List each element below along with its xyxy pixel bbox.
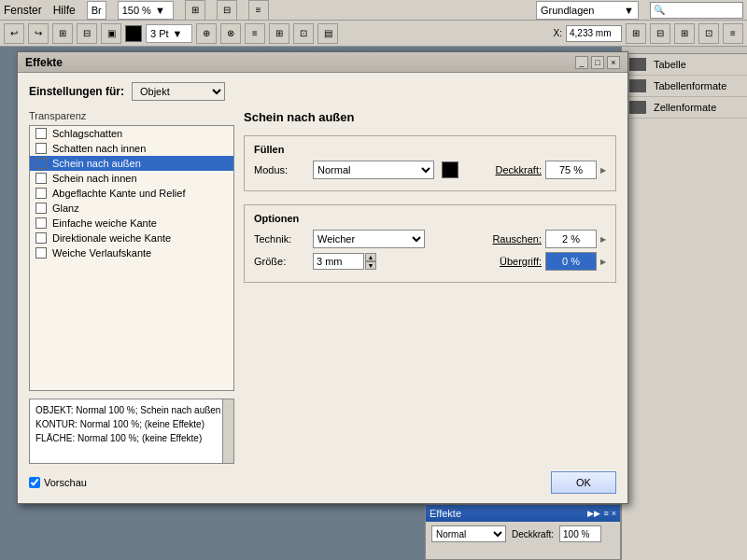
- toolbar-btn-3[interactable]: ⊞: [52, 23, 73, 44]
- effect-verlaufskante[interactable]: Weiche Verlaufskante: [30, 245, 233, 260]
- rauschen-group: Rauschen: 2 % ▶: [492, 230, 606, 248]
- schatten-innen-label: Schatten nach innen: [52, 143, 146, 154]
- technik-select[interactable]: Weicher: [313, 230, 425, 248]
- bottom-deckkraft-value: 100 %: [563, 529, 589, 539]
- direktionale-kante-checkbox[interactable]: [35, 232, 47, 244]
- zoom-arrow: ▼: [155, 5, 165, 16]
- toolbar-btn-1[interactable]: ↩: [4, 23, 24, 44]
- dialog-bottom: Vorschau OK: [29, 464, 616, 494]
- layout-btn1[interactable]: ⊞: [185, 0, 205, 21]
- toolbar-btn-4[interactable]: ⊟: [77, 23, 97, 44]
- bottom-mode-select[interactable]: Normal: [431, 525, 506, 542]
- schlagschatten-checkbox[interactable]: [35, 128, 47, 139]
- effect-schein-aussen[interactable]: Schein nach außen: [30, 156, 233, 171]
- transparenz-label: Transparenz: [29, 110, 234, 121]
- color-swatch-fullen[interactable]: [442, 161, 458, 178]
- bridge-button[interactable]: Br: [87, 1, 106, 20]
- minimize-btn[interactable]: _: [575, 56, 588, 69]
- toolbar-btn-2[interactable]: ↪: [28, 23, 49, 44]
- grosse-label: Größe:: [254, 256, 305, 267]
- rauschen-arrow[interactable]: ▶: [600, 235, 606, 244]
- ok-button[interactable]: OK: [551, 471, 616, 494]
- stroke-width-dropdown[interactable]: 3 Pt ▼: [146, 24, 192, 43]
- grosse-up[interactable]: ▲: [365, 253, 376, 261]
- effect-glanz[interactable]: Glanz: [30, 201, 233, 216]
- maximize-btn[interactable]: □: [591, 56, 604, 69]
- preview-checkbox[interactable]: [29, 477, 40, 488]
- right-panel: Schein nach außen Füllen Modus: Normal D…: [244, 110, 616, 464]
- right-side-panel: Tabelle Tabellenformate Zellenformate: [621, 47, 747, 560]
- schein-aussen-checkbox[interactable]: [35, 158, 47, 169]
- bottom-deckkraft-input[interactable]: 100 %: [559, 525, 601, 542]
- zellenformate-label: Zellenformate: [654, 102, 716, 113]
- bottom-panel-titlebar: Effekte ▶▶ ≡ ×: [426, 505, 620, 522]
- kante-relief-checkbox[interactable]: [35, 188, 47, 199]
- toolbar-btn-6[interactable]: ⊕: [196, 23, 217, 44]
- toolbar-btn-5[interactable]: ▣: [101, 23, 121, 44]
- menu-hilfe[interactable]: Hilfe: [53, 4, 76, 17]
- search-box[interactable]: 🔍: [650, 2, 743, 19]
- main-area: Effekte _ □ × Einstellungen für: Objekt …: [0, 47, 747, 560]
- schatten-innen-checkbox[interactable]: [35, 143, 47, 154]
- schein-aussen-label: Schein nach außen: [52, 158, 141, 169]
- menu-fenster[interactable]: Fenster: [4, 4, 42, 17]
- deckkraft-value[interactable]: 75 %: [545, 161, 597, 179]
- color-swatch-main[interactable]: [125, 25, 142, 42]
- dialog-title: Effekte: [25, 56, 63, 69]
- grosse-input[interactable]: 3 mm: [313, 253, 364, 270]
- grosse-spinner[interactable]: 3 mm ▲ ▼: [313, 252, 376, 271]
- effekte-dialog: Effekte _ □ × Einstellungen für: Objekt …: [17, 51, 628, 504]
- ubergriff-group: Übergriff: 0 % ▶: [500, 252, 606, 271]
- effect-kante-relief[interactable]: Abgeflachte Kante und Relief: [30, 186, 233, 201]
- expand-icon[interactable]: ▶▶: [587, 509, 600, 518]
- effect-schlagschatten[interactable]: Schlagschatten: [30, 126, 233, 141]
- toolbar-btn-10[interactable]: ⊡: [293, 23, 314, 44]
- effect-direktionale-kante[interactable]: Direktionale weiche Kante: [30, 231, 233, 245]
- modus-select[interactable]: Normal: [313, 161, 434, 179]
- toolbar-btn-15[interactable]: ⊡: [698, 23, 719, 44]
- effect-einfache-kante[interactable]: Einfache weiche Kante: [30, 216, 233, 231]
- right-item-tabellenformate[interactable]: Tabellenformate: [622, 76, 747, 97]
- grosse-down[interactable]: ▼: [365, 261, 376, 270]
- deckkraft-arrow[interactable]: ▶: [600, 166, 606, 175]
- toolbar-btn-11[interactable]: ▤: [317, 23, 338, 44]
- right-item-tabelle[interactable]: Tabelle: [622, 54, 747, 76]
- layout-btn2[interactable]: ⊟: [217, 0, 237, 21]
- toolbar-btn-8[interactable]: ≡: [245, 23, 265, 44]
- scrollbar[interactable]: [222, 399, 233, 463]
- modus-label: Modus:: [254, 164, 305, 175]
- bottom-close-icon[interactable]: ×: [612, 509, 616, 518]
- info-textbox-container: OBJEKT: Normal 100 %; Schein nach außen …: [29, 399, 234, 464]
- stroke-width-label: 3 Pt: [150, 28, 169, 39]
- einfache-kante-checkbox[interactable]: [35, 217, 47, 229]
- toolbar-btn-16[interactable]: ≡: [723, 23, 743, 44]
- rauschen-value[interactable]: 2 %: [545, 230, 597, 248]
- toolbar-btn-7[interactable]: ⊗: [220, 23, 241, 44]
- toolbar-btn-14[interactable]: ⊞: [674, 23, 695, 44]
- toolbar-btn-13[interactable]: ⊟: [650, 23, 670, 44]
- grundlagen-dropdown[interactable]: Grundlagen ▼: [536, 1, 639, 20]
- close-btn[interactable]: ×: [607, 56, 620, 69]
- layout-btn3[interactable]: ≡: [248, 0, 269, 21]
- ubergriff-arrow[interactable]: ▶: [600, 258, 606, 266]
- toolbar-btn-9[interactable]: ⊞: [269, 23, 289, 44]
- schein-innen-checkbox[interactable]: [35, 173, 47, 184]
- effect-schatten-innen[interactable]: Schatten nach innen: [30, 141, 233, 156]
- schlagschatten-label: Schlagschatten: [52, 128, 122, 139]
- right-item-zellenformate[interactable]: Zellenformate: [622, 97, 747, 119]
- ubergriff-value[interactable]: 0 %: [545, 252, 597, 271]
- glanz-checkbox[interactable]: [35, 203, 47, 214]
- zoom-dropdown[interactable]: 150 % ▼: [118, 1, 174, 20]
- panel-resize-handle[interactable]: [622, 47, 747, 54]
- x-coord-input[interactable]: 4,233 mm: [566, 25, 622, 42]
- effect-schein-innen[interactable]: Schein nach innen: [30, 171, 233, 186]
- settings-row: Einstellungen für: Objekt: [29, 82, 616, 101]
- verlaufskante-checkbox[interactable]: [35, 247, 47, 259]
- dialog-titlebar: Effekte _ □ ×: [18, 52, 627, 73]
- cellformat-icon: [629, 101, 646, 114]
- settings-select[interactable]: Objekt: [132, 82, 225, 101]
- grosse-ubergriff-row: Größe: 3 mm ▲ ▼ Übergriff: 0 %: [254, 252, 606, 271]
- bottom-panel-controls: ▶▶ ≡ ×: [587, 509, 616, 518]
- menu-icon[interactable]: ≡: [603, 509, 608, 518]
- toolbar-btn-12[interactable]: ⊞: [626, 23, 646, 44]
